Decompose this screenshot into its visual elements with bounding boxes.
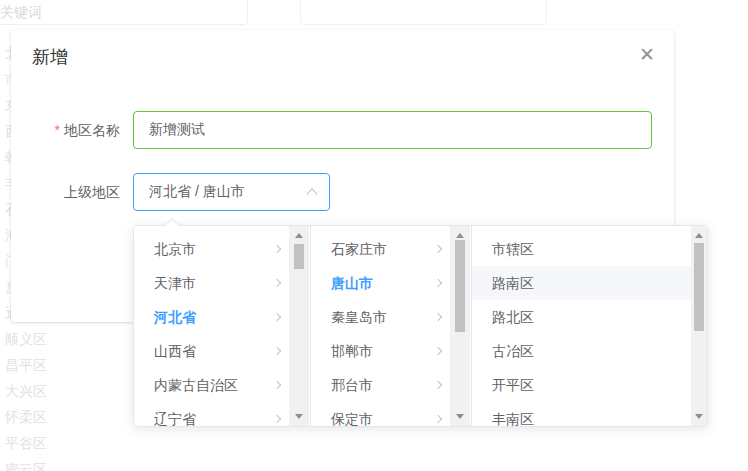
cascader-option-province[interactable]: 山西省 bbox=[134, 334, 310, 368]
scroll-up-icon[interactable] bbox=[456, 233, 464, 238]
cascader-option-label: 辽宁省 bbox=[154, 411, 196, 426]
cascader-option-label: 天津市 bbox=[154, 275, 196, 291]
cascader-option-province[interactable]: 内蒙古自治区 bbox=[134, 368, 310, 402]
chevron-right-icon bbox=[434, 279, 442, 287]
cascader-option-city[interactable]: 唐山市 bbox=[311, 266, 471, 300]
cascader-option-label: 内蒙古自治区 bbox=[154, 377, 238, 393]
chevron-right-icon bbox=[273, 381, 281, 389]
cascader-panel-province: 北京市天津市河北省山西省内蒙古自治区辽宁省 bbox=[134, 226, 311, 426]
cascader-option-district[interactable]: 市辖区 bbox=[472, 232, 707, 266]
scrollbar-thumb[interactable] bbox=[694, 243, 704, 331]
chevron-right-icon bbox=[434, 313, 442, 321]
scroll-down-icon[interactable] bbox=[695, 414, 703, 419]
cascader-dropdown: 北京市天津市河北省山西省内蒙古自治区辽宁省 石家庄市唐山市秦皇岛市邯郸市邢台市保… bbox=[133, 225, 708, 427]
cascader-option-district[interactable]: 古冶区 bbox=[472, 334, 707, 368]
cascader-option-label: 邢台市 bbox=[331, 377, 373, 393]
cascader-option-label: 北京市 bbox=[154, 241, 196, 257]
chevron-right-icon bbox=[273, 279, 281, 287]
chevron-right-icon bbox=[273, 415, 281, 423]
cascader-option-label: 河北省 bbox=[154, 309, 196, 325]
cascader-option-city[interactable]: 邢台市 bbox=[311, 368, 471, 402]
scrollbar-thumb[interactable] bbox=[294, 244, 304, 269]
chevron-right-icon bbox=[434, 381, 442, 389]
cascader-option-label: 山西省 bbox=[154, 343, 196, 359]
chevron-right-icon bbox=[273, 347, 281, 355]
chevron-right-icon bbox=[434, 347, 442, 355]
cascader-option-city[interactable]: 邯郸市 bbox=[311, 334, 471, 368]
cascader-option-district[interactable]: 开平区 bbox=[472, 368, 707, 402]
parent-region-input[interactable] bbox=[133, 173, 330, 211]
cascader-option-label: 唐山市 bbox=[331, 275, 373, 291]
cascader-option-province[interactable]: 辽宁省 bbox=[134, 402, 310, 426]
scrollbar-city[interactable] bbox=[450, 226, 470, 426]
parent-region-cascader[interactable] bbox=[133, 173, 330, 211]
cascader-option-city[interactable]: 保定市 bbox=[311, 402, 471, 426]
chevron-right-icon bbox=[434, 415, 442, 423]
cascader-panel-city: 石家庄市唐山市秦皇岛市邯郸市邢台市保定市 bbox=[311, 226, 472, 426]
scrollbar-province[interactable] bbox=[289, 226, 309, 426]
background-district-item: 昌平区 bbox=[5, 352, 61, 378]
cascader-option-label: 路南区 bbox=[492, 275, 534, 291]
background-district-item: 平谷区 bbox=[5, 430, 61, 456]
scroll-down-icon[interactable] bbox=[295, 414, 303, 419]
cascader-option-label: 路北区 bbox=[492, 309, 534, 325]
cascader-option-label: 丰南区 bbox=[492, 411, 534, 426]
chevron-right-icon bbox=[273, 313, 281, 321]
background-keyword-placeholder: 关键词 bbox=[0, 4, 42, 22]
background-district-item: 大兴区 bbox=[5, 378, 61, 404]
cascader-option-label: 石家庄市 bbox=[331, 241, 387, 257]
background-district-item: 密云区 bbox=[5, 456, 61, 471]
cascader-option-label: 市辖区 bbox=[492, 241, 534, 257]
cascader-panel-district: 市辖区路南区路北区古冶区开平区丰南区 bbox=[472, 226, 707, 426]
cascader-option-district[interactable]: 丰南区 bbox=[472, 402, 707, 426]
background-district-item: 怀柔区 bbox=[5, 404, 61, 430]
background-district-item: 顺义区 bbox=[5, 326, 61, 352]
cascader-option-city[interactable]: 秦皇岛市 bbox=[311, 300, 471, 334]
close-icon[interactable]: ✕ bbox=[633, 41, 661, 69]
cascader-option-province[interactable]: 北京市 bbox=[134, 232, 310, 266]
scroll-up-icon[interactable] bbox=[695, 233, 703, 238]
cascader-option-label: 秦皇岛市 bbox=[331, 309, 387, 325]
dialog-title: 新增 bbox=[32, 45, 68, 69]
parent-region-label: 上级地区 bbox=[11, 173, 120, 211]
scroll-up-icon[interactable] bbox=[295, 233, 303, 238]
scrollbar-district[interactable] bbox=[691, 226, 707, 426]
cascader-option-label: 古冶区 bbox=[492, 343, 534, 359]
cascader-option-province[interactable]: 河北省 bbox=[134, 300, 310, 334]
region-name-input[interactable] bbox=[133, 111, 652, 149]
cascader-option-province[interactable]: 天津市 bbox=[134, 266, 310, 300]
chevron-right-icon bbox=[273, 245, 281, 253]
cascader-option-city[interactable]: 石家庄市 bbox=[311, 232, 471, 266]
cascader-option-label: 开平区 bbox=[492, 377, 534, 393]
scroll-down-icon[interactable] bbox=[456, 414, 464, 419]
scrollbar-thumb[interactable] bbox=[455, 240, 465, 332]
cascader-option-label: 保定市 bbox=[331, 411, 373, 426]
cascader-option-district[interactable]: 路北区 bbox=[472, 300, 707, 334]
cascader-option-label: 邯郸市 bbox=[331, 343, 373, 359]
cascader-option-district[interactable]: 路南区 bbox=[472, 266, 707, 300]
region-name-label: *地区名称 bbox=[11, 111, 120, 149]
region-name-label-text: 地区名称 bbox=[64, 122, 120, 138]
chevron-right-icon bbox=[434, 245, 442, 253]
background-secondary-input bbox=[300, 0, 547, 25]
required-asterisk: * bbox=[55, 122, 60, 138]
